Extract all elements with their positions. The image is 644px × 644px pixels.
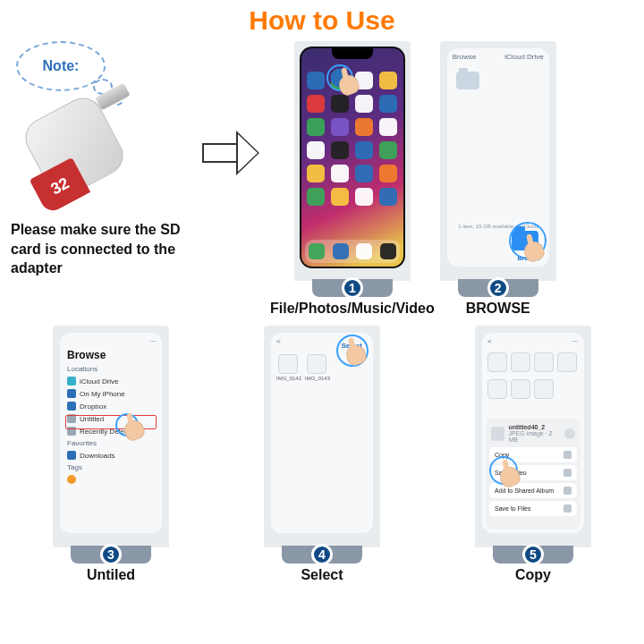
- sheet-action: Add to Shared Album: [489, 483, 577, 498]
- sheet-sub: JPEG image · 2 MB: [508, 430, 561, 443]
- step-badge-3: 3: [100, 544, 122, 565]
- sheet-action: Save to Files: [489, 501, 577, 516]
- arrow-right-icon: [202, 131, 261, 175]
- thumbnail-icon: [487, 352, 507, 372]
- phone-stand: 2: [458, 279, 538, 297]
- thumbnail-icon: [557, 352, 577, 372]
- bottom-row: ⋯ Browse Locations iCloud Drive On My iP…: [0, 317, 644, 583]
- step-badge-4: 4: [311, 544, 333, 565]
- note-instruction: Please make sure the SD card is connecte…: [11, 220, 181, 278]
- step-label-2: BROWSE: [466, 301, 530, 317]
- thumbnail-icon: [511, 352, 530, 372]
- p3-sec-locations: Locations: [60, 363, 162, 375]
- thumb-name: IMG_0142: [276, 376, 301, 381]
- step-label-1: File/Photos/Music/Video: [270, 301, 435, 317]
- step-badge-5: 5: [522, 544, 544, 565]
- phone-mock-4: < Select IMG_0142 IMG_0143: [264, 326, 380, 547]
- step-1: 1 File/Photos/Music/Video: [270, 41, 435, 317]
- note-column: Note: 32 Please make sure the SD card is…: [11, 41, 197, 278]
- p2-header-right: iCloud Drive: [504, 53, 544, 61]
- thumbnail-icon: [487, 379, 507, 399]
- phone-stand: 1: [312, 279, 393, 297]
- list-item: Dropbox: [80, 402, 106, 411]
- arrow-column: [202, 41, 265, 175]
- thumbnail-icon: [307, 354, 326, 374]
- phone-stand: 5: [493, 546, 573, 564]
- phone-mock-3: ⋯ Browse Locations iCloud Drive On My iP…: [53, 326, 169, 547]
- close-icon: [564, 428, 575, 439]
- step-3: ⋯ Browse Locations iCloud Drive On My iP…: [53, 326, 169, 583]
- step-label-5: Copy: [515, 567, 551, 583]
- step-badge-1: 1: [342, 277, 363, 299]
- step-label-4: Select: [301, 567, 343, 583]
- step-5: <⋯ untitled40_2: [475, 326, 591, 583]
- folder-icon: [456, 72, 479, 89]
- phone-stand: 3: [71, 546, 151, 564]
- p3-sec-fav: Favorites: [60, 437, 162, 449]
- thumbnail-icon: [534, 352, 554, 372]
- step-badge-2: 2: [487, 277, 509, 299]
- phone-mock-1: [294, 41, 411, 281]
- phone-mock-2: Browse iCloud Drive 1 item, 15 GB availa…: [440, 41, 556, 281]
- p3-sec-tags: Tags: [60, 462, 162, 473]
- list-item: iCloud Drive: [80, 377, 119, 386]
- top-row: Note: 32 Please make sure the SD card is…: [0, 36, 644, 317]
- list-item: Downloads: [80, 452, 115, 460]
- note-bubble: Note:: [16, 41, 106, 91]
- p2-header-left: Browse: [453, 53, 477, 61]
- phone-stand: 4: [282, 546, 362, 564]
- page-title: How to Use: [0, 0, 644, 36]
- p3-title: Browse: [60, 349, 162, 363]
- sheet-title: untitled40_2: [508, 424, 561, 430]
- step-2: Browse iCloud Drive 1 item, 15 GB availa…: [440, 41, 556, 317]
- thumbnail-icon: [278, 354, 298, 374]
- thumbnail-icon: [511, 379, 530, 399]
- sheet-thumb-icon: [491, 427, 504, 441]
- step-4: < Select IMG_0142 IMG_0143 4 S: [264, 326, 380, 583]
- phone-mock-5: <⋯ untitled40_2: [475, 326, 591, 547]
- thumbnail-icon: [534, 379, 554, 399]
- list-item: On My iPhone: [80, 390, 125, 398]
- thumb-name: IMG_0143: [305, 376, 330, 381]
- adapter-illustration: 32: [11, 97, 145, 204]
- step-label-3: Untiled: [87, 567, 135, 583]
